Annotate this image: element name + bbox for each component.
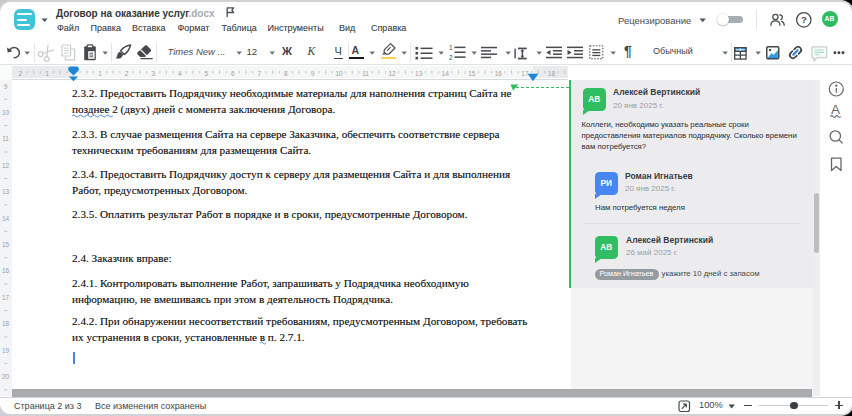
svg-text:12: 12 (2, 162, 10, 169)
svg-text:17: 17 (2, 294, 10, 301)
svg-text:10: 10 (2, 109, 10, 116)
svg-text:20: 20 (2, 373, 10, 380)
svg-text:14: 14 (2, 215, 10, 222)
svg-text:15: 15 (2, 241, 10, 248)
svg-text:16: 16 (2, 267, 10, 274)
svg-text:11: 11 (2, 135, 9, 142)
svg-text:19: 19 (2, 347, 10, 354)
svg-text:А: А (831, 102, 840, 117)
svg-text:18: 18 (2, 320, 10, 327)
svg-text:13: 13 (2, 188, 10, 195)
svg-text:9: 9 (4, 83, 8, 90)
